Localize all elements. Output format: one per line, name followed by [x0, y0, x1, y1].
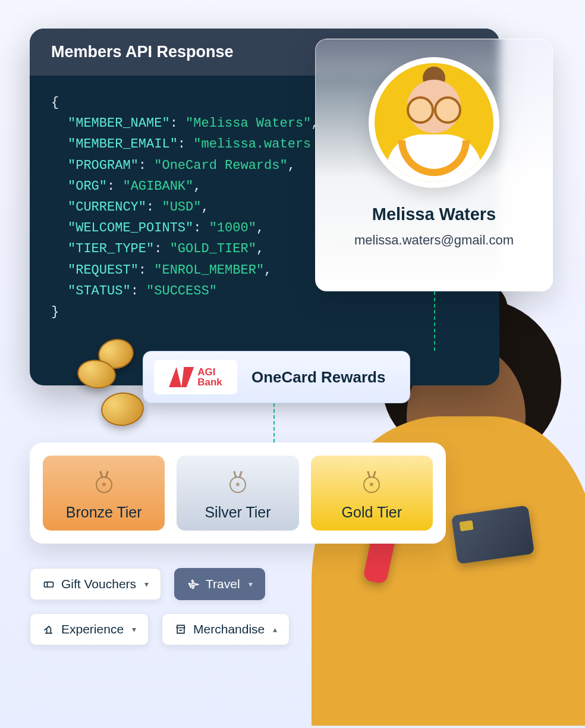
connector-line-icon — [434, 291, 435, 351]
chip-label: Gift Vouchers — [61, 577, 136, 591]
credit-card-icon — [451, 505, 534, 564]
experience-dropdown[interactable]: Experience ▾ — [30, 613, 149, 645]
svg-rect-0 — [45, 582, 54, 587]
coins-illustration — [77, 333, 155, 428]
airplane-icon — [187, 578, 200, 591]
bank-logo-icon — [169, 367, 194, 387]
chevron-down-icon: ▾ — [132, 625, 136, 634]
chevron-down-icon: ▾ — [249, 579, 253, 589]
chip-label: Travel — [206, 577, 240, 591]
bank-name-line1: AGI — [197, 367, 222, 377]
chip-label: Merchandise — [193, 622, 265, 636]
member-profile-card: Melissa Waters melissa.waters@gmail.com — [315, 39, 553, 291]
ticket-icon — [42, 578, 55, 591]
medal-icon: ★ — [361, 476, 382, 498]
bank-name-line2: Bank — [197, 377, 222, 387]
chip-label: Experience — [61, 622, 124, 636]
store-icon — [174, 623, 187, 636]
category-filters: Gift Vouchers ▾ Travel ▾ Experience ▾ Me… — [30, 568, 327, 645]
tier-selector: ★ Bronze Tier ★ Silver Tier ★ Gold Tier — [30, 443, 446, 544]
travel-dropdown[interactable]: Travel ▾ — [174, 568, 265, 600]
profile-email: melissa.waters@gmail.com — [354, 233, 514, 248]
avatar — [369, 57, 499, 188]
tier-gold-card[interactable]: ★ Gold Tier — [311, 456, 433, 531]
tier-label: Gold Tier — [342, 504, 402, 521]
chevron-up-icon: ▴ — [273, 625, 277, 634]
glasses-icon — [405, 99, 463, 117]
tier-label: Bronze Tier — [66, 504, 142, 521]
program-chip: AGI Bank OneCard Rewards — [143, 351, 410, 403]
tier-label: Silver Tier — [205, 504, 271, 521]
tier-silver-card[interactable]: ★ Silver Tier — [177, 456, 298, 531]
gift-vouchers-dropdown[interactable]: Gift Vouchers ▾ — [30, 568, 161, 600]
bank-logo: AGI Bank — [154, 360, 237, 394]
medal-icon: ★ — [93, 476, 115, 498]
profile-name: Melissa Waters — [372, 205, 496, 224]
experience-icon — [42, 623, 55, 636]
merchandise-dropdown[interactable]: Merchandise ▴ — [162, 613, 290, 645]
connector-line-icon — [273, 403, 275, 443]
chevron-down-icon: ▾ — [144, 579, 149, 589]
medal-icon: ★ — [227, 476, 249, 498]
program-name: OneCard Rewards — [251, 368, 385, 387]
coin-icon — [100, 391, 146, 428]
tier-bronze-card[interactable]: ★ Bronze Tier — [43, 456, 165, 531]
